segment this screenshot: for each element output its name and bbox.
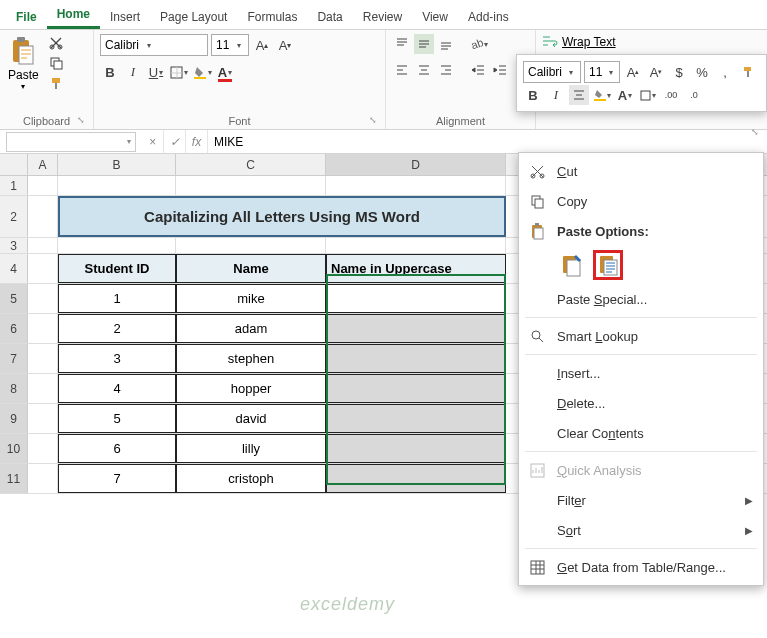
decrease-indent-icon[interactable]	[468, 60, 488, 80]
ctx-filter[interactable]: Filter▶	[519, 485, 763, 515]
row-header[interactable]: 10	[0, 434, 28, 463]
paste-dropdown-icon[interactable]: ▾	[21, 82, 25, 91]
title-cell[interactable]: Capitalizing All Letters Using MS Word	[58, 196, 506, 237]
header-name-upper[interactable]: Name in Uppercase	[326, 254, 506, 283]
cell-name[interactable]: lilly	[176, 434, 326, 463]
row-header[interactable]: 6	[0, 314, 28, 343]
cell-id[interactable]: 3	[58, 344, 176, 373]
row-header[interactable]: 11	[0, 464, 28, 493]
ctx-copy[interactable]: Copy	[519, 186, 763, 216]
cell-name[interactable]: stephen	[176, 344, 326, 373]
row-header[interactable]: 9	[0, 404, 28, 433]
increase-indent-icon[interactable]	[490, 60, 510, 80]
fx-icon[interactable]: fx	[186, 130, 208, 153]
cell-upper[interactable]	[326, 314, 506, 343]
cell-name[interactable]: mike	[176, 284, 326, 313]
wrap-text-button[interactable]: Wrap Text	[542, 34, 616, 50]
mini-italic-button[interactable]: I	[546, 85, 566, 105]
mini-format-painter-icon[interactable]	[738, 62, 758, 82]
cell-name[interactable]: adam	[176, 314, 326, 343]
mini-font-name[interactable]: Calibri▾	[523, 61, 581, 83]
border-button[interactable]	[169, 62, 189, 82]
name-box[interactable]: ▾	[6, 132, 136, 152]
cell-name[interactable]: david	[176, 404, 326, 433]
ctx-paste-special[interactable]: Paste Special...	[519, 284, 763, 314]
increase-font-icon[interactable]: A▴	[252, 35, 272, 55]
row-header[interactable]: 3	[0, 238, 28, 253]
mini-fill-color-icon[interactable]	[592, 85, 612, 105]
col-header-d[interactable]: D	[326, 154, 506, 175]
tab-review[interactable]: Review	[353, 4, 412, 29]
row-header[interactable]: 5	[0, 284, 28, 313]
tab-data[interactable]: Data	[307, 4, 352, 29]
align-left-icon[interactable]	[392, 60, 412, 80]
paste-button[interactable]: Paste ▾	[6, 34, 41, 93]
align-center-icon[interactable]	[414, 60, 434, 80]
mini-accounting-icon[interactable]: $	[669, 62, 689, 82]
ctx-clear-contents[interactable]: Clear Contents	[519, 418, 763, 448]
cell-id[interactable]: 4	[58, 374, 176, 403]
row-header[interactable]: 4	[0, 254, 28, 283]
cut-button[interactable]	[47, 34, 65, 52]
tab-formulas[interactable]: Formulas	[237, 4, 307, 29]
mini-decrease-font-icon[interactable]: A▾	[646, 62, 666, 82]
mini-font-size[interactable]: 11▾	[584, 61, 620, 83]
mini-increase-font-icon[interactable]: A▴	[623, 62, 643, 82]
mini-increase-decimal-icon[interactable]: .00	[661, 85, 681, 105]
cell-id[interactable]: 5	[58, 404, 176, 433]
orientation-icon[interactable]: ab	[468, 34, 488, 54]
col-header-a[interactable]: A	[28, 154, 58, 175]
row-header[interactable]: 8	[0, 374, 28, 403]
ctx-insert[interactable]: Insert...	[519, 358, 763, 388]
underline-button[interactable]: U	[146, 62, 166, 82]
ctx-delete[interactable]: Delete...	[519, 388, 763, 418]
mini-bold-button[interactable]: B	[523, 85, 543, 105]
align-bottom-icon[interactable]	[436, 34, 456, 54]
cell-id[interactable]: 6	[58, 434, 176, 463]
formula-input[interactable]: MIKE	[208, 135, 767, 149]
align-middle-icon[interactable]	[414, 34, 434, 54]
fill-color-button[interactable]	[192, 62, 212, 82]
ctx-cut[interactable]: Cut	[519, 156, 763, 186]
cell-id[interactable]: 7	[58, 464, 176, 493]
cancel-formula-icon[interactable]: ×	[142, 130, 164, 153]
align-right-icon[interactable]	[436, 60, 456, 80]
tab-file[interactable]: File	[6, 4, 47, 29]
tab-insert[interactable]: Insert	[100, 4, 150, 29]
ctx-get-data[interactable]: Get Data from Table/Range...	[519, 552, 763, 582]
cell-upper[interactable]	[326, 404, 506, 433]
tab-page-layout[interactable]: Page Layout	[150, 4, 237, 29]
font-name-combo[interactable]: Calibri▾	[100, 34, 208, 56]
cell-name[interactable]: cristoph	[176, 464, 326, 493]
cell-upper[interactable]	[326, 284, 506, 313]
row-header[interactable]: 2	[0, 196, 28, 237]
font-launcher[interactable]: ⤡	[369, 115, 377, 125]
row-header[interactable]: 1	[0, 176, 28, 195]
col-header-c[interactable]: C	[176, 154, 326, 175]
clipboard-launcher[interactable]: ⤡	[77, 115, 85, 125]
paste-match-destination-icon[interactable]	[593, 250, 623, 280]
tab-add-ins[interactable]: Add-ins	[458, 4, 519, 29]
ctx-sort[interactable]: Sort▶	[519, 515, 763, 545]
cell-upper[interactable]	[326, 464, 506, 493]
align-top-icon[interactable]	[392, 34, 412, 54]
mini-font-color-icon[interactable]: A	[615, 85, 635, 105]
mini-percent-icon[interactable]: %	[692, 62, 712, 82]
font-size-combo[interactable]: 11▾	[211, 34, 249, 56]
bold-button[interactable]: B	[100, 62, 120, 82]
row-header[interactable]: 7	[0, 344, 28, 373]
italic-button[interactable]: I	[123, 62, 143, 82]
tab-home[interactable]: Home	[47, 1, 100, 29]
mini-decrease-decimal-icon[interactable]: .0	[684, 85, 704, 105]
cell-name[interactable]: hopper	[176, 374, 326, 403]
cell-upper[interactable]	[326, 374, 506, 403]
header-student-id[interactable]: Student ID	[58, 254, 176, 283]
copy-button[interactable]	[47, 54, 65, 72]
col-header-b[interactable]: B	[58, 154, 176, 175]
header-name[interactable]: Name	[176, 254, 326, 283]
decrease-font-icon[interactable]: A▾	[275, 35, 295, 55]
alignment-launcher[interactable]: ⤡	[751, 127, 759, 137]
select-all-corner[interactable]	[0, 154, 28, 175]
enter-formula-icon[interactable]: ✓	[164, 130, 186, 153]
cell-id[interactable]: 1	[58, 284, 176, 313]
